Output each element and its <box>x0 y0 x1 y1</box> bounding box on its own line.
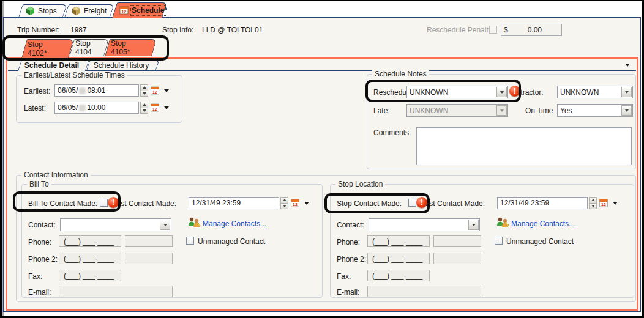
reschedule-penalty-field[interactable]: $ 0.00 <box>501 24 562 36</box>
tab-schedule[interactable]: 12 Schedule* <box>112 2 162 18</box>
detractor-dropdown-button[interactable] <box>621 87 632 97</box>
tab-schedule-history-label: Schedule History <box>94 61 149 70</box>
latest-datetime-field[interactable]: 06/05/10:00 <box>54 102 139 114</box>
phone-label: Phone: <box>337 238 360 246</box>
fax-label: Fax: <box>337 272 351 281</box>
detractor-dropdown[interactable]: UNKNOWN <box>557 86 633 98</box>
email-field[interactable] <box>367 286 481 297</box>
fax-field[interactable]: (___) ___-____ <box>367 270 430 281</box>
phone-value: (___) ___-____ <box>372 237 422 246</box>
stop-tab-4102-label: Stop 4102* <box>28 40 62 57</box>
error-icon: ! <box>108 197 119 208</box>
reschedule-dropdown[interactable]: UNKNOWN <box>406 86 508 98</box>
last-contact-made-field[interactable]: 12/31/49 23:59 <box>189 197 279 209</box>
contact-information-group: Contact Information Bill To Bill To Cont… <box>16 175 636 302</box>
bill-to-contact-made-checkbox[interactable] <box>100 199 108 207</box>
unmanaged-contact-label: Unmanaged Contact <box>198 237 265 246</box>
last-contact-calendar-button[interactable]: 12 <box>599 198 609 208</box>
email-label: E-mail: <box>28 288 51 297</box>
svg-text:12: 12 <box>122 10 127 14</box>
last-contact-made-label: Last Contact Made: <box>421 199 485 208</box>
spin-up-icon <box>143 86 146 89</box>
calendar-icon: 12 <box>290 198 300 207</box>
trip-number-value: 1987 <box>70 26 87 34</box>
latest-label: Latest: <box>24 104 46 113</box>
stop-contact-made-checkbox[interactable] <box>408 199 416 207</box>
last-contact-dropdown-arrow[interactable] <box>304 202 309 205</box>
fax-field[interactable]: (___) ___-____ <box>59 270 121 281</box>
contact-dropdown-button[interactable] <box>468 220 479 230</box>
phone2-label: Phone 2: <box>28 255 58 264</box>
reschedule-penalty-checkbox[interactable] <box>489 26 497 34</box>
earliest-dropdown-arrow[interactable] <box>164 89 169 92</box>
unmanaged-contact-checkbox[interactable] <box>495 237 503 245</box>
phone-field[interactable]: (___) ___-____ <box>59 235 121 247</box>
contact-dropdown[interactable] <box>369 218 480 231</box>
contact-dropdown[interactable] <box>60 218 171 231</box>
manage-contacts-link[interactable]: Manage Contacts... <box>203 220 266 228</box>
fax-value: (___) ___-____ <box>372 272 422 280</box>
earliest-datetime-field[interactable]: 06/05/08:01 <box>54 84 139 97</box>
phone-ext-field[interactable] <box>125 235 173 247</box>
schedule-times-group-label: Earliest/Latest Schedule Times <box>21 71 127 80</box>
last-contact-dropdown-arrow[interactable] <box>613 202 618 205</box>
comments-textarea[interactable] <box>416 127 632 165</box>
contact-dropdown-button[interactable] <box>160 220 170 230</box>
phone-ext-field[interactable] <box>433 235 481 247</box>
last-contact-spinner[interactable] <box>280 197 288 209</box>
on-time-dropdown[interactable]: Yes <box>557 104 633 117</box>
tab-schedule-detail-label: Schedule Detail <box>24 61 79 70</box>
tab-freight[interactable]: Freight <box>64 4 110 17</box>
unmanaged-contact-checkbox[interactable] <box>186 237 194 245</box>
on-time-dropdown-button[interactable] <box>621 105 632 116</box>
last-contact-calendar-button[interactable]: 12 <box>290 198 301 208</box>
tab-schedule-detail[interactable]: Schedule Detail <box>18 59 86 71</box>
manage-contacts-icon <box>187 216 202 229</box>
earliest-calendar-button[interactable]: 12 <box>150 86 160 95</box>
detractor-value: UNKNOWN <box>560 88 620 97</box>
tab-freight-label: Freight <box>84 7 107 15</box>
schedule-times-group: Earliest/Latest Schedule Times Earliest:… <box>16 75 182 123</box>
stop-tab-4104[interactable]: Stop 4104 <box>69 39 104 56</box>
calendar-icon: 12 <box>119 6 129 15</box>
on-time-value: Yes <box>560 106 620 115</box>
schedule-notes-group: Schedule Notes Reschedule: UNKNOWN Detra… <box>367 74 636 169</box>
manage-contacts-icon <box>496 216 511 229</box>
earliest-spinner[interactable] <box>140 84 148 97</box>
phone2-field[interactable]: (___) ___-____ <box>367 253 430 264</box>
redacted-year <box>79 105 86 111</box>
bill-to-group-label: Bill To <box>27 180 51 188</box>
spin-down-icon <box>143 92 146 95</box>
penalty-value: 0.00 <box>508 26 561 34</box>
latest-dropdown-arrow[interactable] <box>164 106 169 109</box>
phone-field[interactable]: (___) ___-____ <box>367 235 430 247</box>
last-contact-made-field[interactable]: 12/31/49 23:59 <box>497 197 588 209</box>
reschedule-dropdown-button[interactable] <box>496 87 507 97</box>
manage-contacts-link[interactable]: Manage Contacts... <box>511 220 575 228</box>
email-field[interactable] <box>59 286 173 297</box>
stop-location-group-label: Stop Location <box>335 180 385 188</box>
stop-location-group: Stop Location Stop Contact Made: Last Co… <box>330 184 634 298</box>
last-contact-spinner[interactable] <box>589 197 597 209</box>
phone2-ext-field[interactable] <box>433 253 481 264</box>
tab-list-chevron-down-icon[interactable] <box>625 64 630 67</box>
stop-tab-4104-label: Stop 4104 <box>75 39 98 56</box>
latest-spinner[interactable] <box>140 102 148 114</box>
green-cube-icon <box>26 6 35 15</box>
earliest-label: Earliest: <box>24 87 50 95</box>
tab-schedule-history[interactable]: Schedule History <box>86 61 156 70</box>
tab-stops[interactable]: Stops <box>18 4 63 17</box>
phone-value: (___) ___-____ <box>64 237 114 246</box>
stop-tab-4105[interactable]: Stop 4105* <box>105 39 152 56</box>
phone2-ext-field[interactable] <box>125 253 173 264</box>
reschedule-penalty-label: Reschedule Penalty: <box>427 26 494 34</box>
contact-label: Contact: <box>28 221 56 229</box>
spin-up-icon <box>283 199 286 201</box>
stop-tab-4102[interactable]: Stop 4102* <box>21 39 69 58</box>
phone2-field[interactable]: (___) ___-____ <box>59 253 121 264</box>
svg-text:12: 12 <box>152 90 157 94</box>
late-label: Late: <box>373 106 390 115</box>
calendar-icon: 12 <box>150 86 160 95</box>
stop-detail-panel: Schedule Detail Schedule History Earlies… <box>6 57 638 311</box>
latest-calendar-button[interactable]: 12 <box>150 103 160 113</box>
